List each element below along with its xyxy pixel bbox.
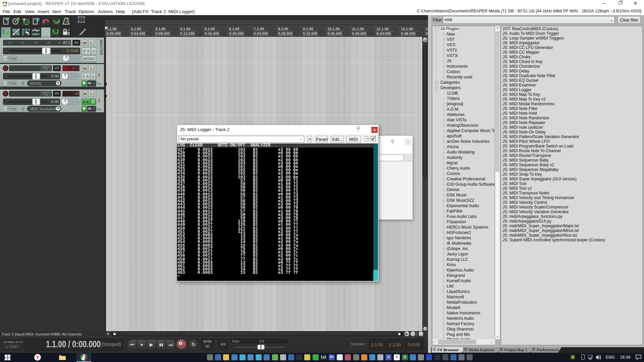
svg-text:i: i <box>37 18 38 21</box>
